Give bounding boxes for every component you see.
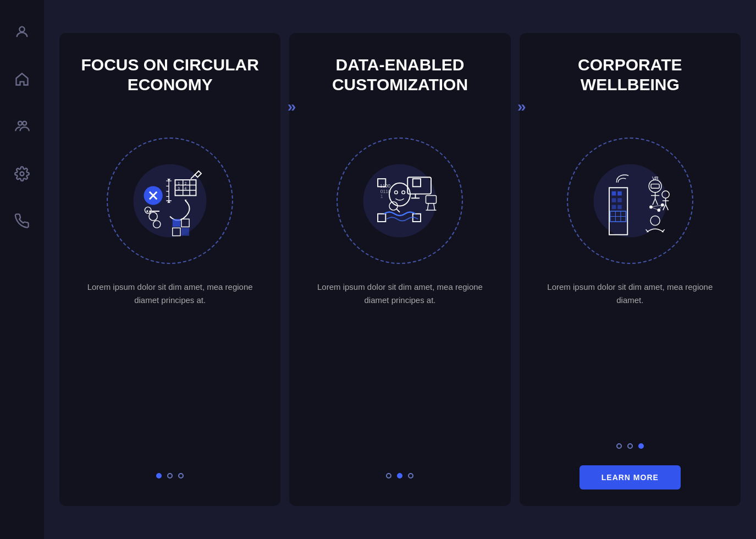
svg-rect-55 — [617, 198, 622, 202]
svg-point-2 — [23, 122, 26, 125]
dot-3-1[interactable] — [616, 443, 622, 449]
svg-rect-56 — [612, 205, 616, 210]
card-data-customization: » DATA-ENABLED CUSTOMIZATION — [289, 33, 510, 506]
dot-2-1[interactable] — [386, 473, 391, 479]
phone-icon[interactable] — [12, 211, 32, 231]
main-content: » FOCUS ON CIRCULAR ECONOMY — [44, 0, 756, 539]
card-1-illustration: 1 2 3 4 — [107, 138, 233, 264]
settings-icon[interactable] — [12, 164, 32, 184]
card-1-title: FOCUS ON CIRCULAR ECONOMY — [76, 55, 264, 121]
svg-rect-53 — [617, 191, 622, 196]
svg-text:4: 4 — [185, 186, 187, 190]
svg-rect-20 — [173, 219, 180, 227]
card-3-dots — [616, 443, 644, 449]
sidebar — [0, 0, 44, 539]
people-icon[interactable] — [12, 117, 32, 136]
dot-2-3[interactable] — [408, 473, 413, 479]
svg-point-1 — [18, 122, 22, 125]
svg-point-0 — [19, 27, 24, 32]
svg-text:2: 2 — [185, 182, 187, 185]
card-1-dots — [156, 473, 184, 479]
dot-2-active[interactable] — [397, 473, 402, 479]
card-1-body: Lorem ipsum dolor sit dim amet, mea regi… — [76, 280, 264, 462]
svg-rect-52 — [612, 191, 616, 196]
card-2-title: DATA-ENABLED CUSTOMIZATION — [306, 55, 494, 121]
card-corporate-wellbeing: CORPORATE WELLBEING — [520, 33, 741, 506]
svg-text:3: 3 — [178, 186, 180, 190]
cards-container: » FOCUS ON CIRCULAR ECONOMY — [55, 33, 745, 506]
svg-text:0110: 0110 — [380, 189, 391, 194]
arrow-1: » — [288, 99, 296, 114]
dot-1-2[interactable] — [167, 473, 173, 479]
svg-text:1100: 1100 — [380, 183, 390, 189]
svg-text:1: 1 — [178, 182, 180, 185]
home-icon[interactable] — [12, 69, 32, 89]
card-3-title: CORPORATE WELLBEING — [536, 55, 724, 121]
dot-1-active[interactable] — [156, 473, 162, 479]
dot-3-2[interactable] — [627, 443, 633, 449]
dot-3-active[interactable] — [638, 443, 644, 449]
svg-text:1: 1 — [380, 194, 383, 199]
card-3-illustration: VR — [567, 138, 693, 264]
card-2-illustration: 1100 0110 1 — [336, 138, 463, 264]
svg-point-30 — [363, 164, 437, 238]
svg-rect-54 — [612, 198, 616, 202]
user-icon[interactable] — [12, 22, 32, 42]
svg-rect-23 — [181, 228, 189, 235]
svg-rect-57 — [617, 205, 622, 210]
card-2-dots — [386, 473, 413, 479]
svg-point-3 — [20, 172, 24, 176]
arrow-2: » — [517, 99, 526, 114]
dot-1-3[interactable] — [178, 473, 184, 479]
card-2-body: Lorem ipsum dolor sit dim amet, mea regi… — [306, 280, 494, 462]
card-3-body: Lorem ipsum dolor sit dim amet, mea regi… — [536, 280, 724, 432]
learn-more-button[interactable]: LEARN MORE — [580, 465, 681, 490]
card-circular-economy: » FOCUS ON CIRCULAR ECONOMY — [59, 33, 280, 506]
svg-text:VR: VR — [652, 175, 659, 181]
svg-point-73 — [657, 208, 660, 212]
